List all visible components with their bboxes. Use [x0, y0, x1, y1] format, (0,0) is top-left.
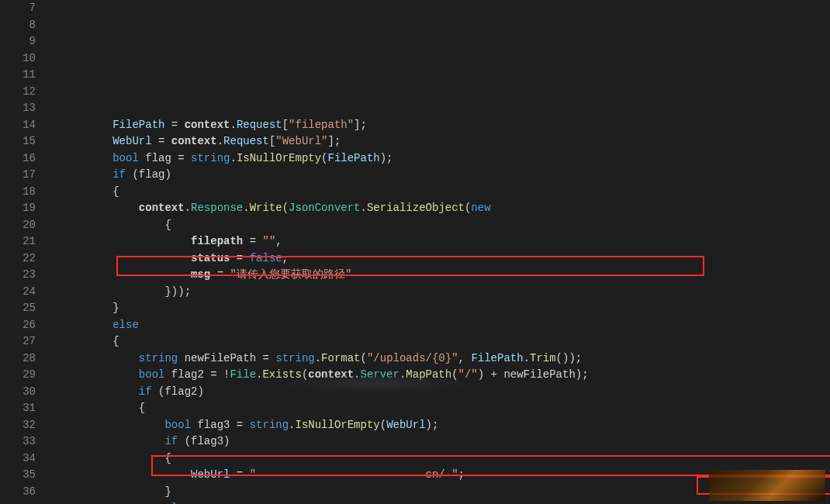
token-p	[112, 252, 191, 264]
token-p: ,	[275, 235, 282, 247]
code-line[interactable]: bool flag3 = string.IsNullOrEmpty(WebUrl…	[61, 417, 830, 434]
code-line[interactable]: WebUrl = " cn/ ";	[61, 467, 830, 484]
token-kw: bool	[112, 152, 139, 164]
token-str: "/uploads/{0}"	[367, 352, 458, 364]
token-kw: if	[164, 435, 178, 447]
code-line[interactable]: bool flag2 = !File.Exists(context.Server…	[61, 367, 830, 384]
line-number: 29	[0, 367, 36, 384]
line-number: 13	[0, 100, 36, 117]
code-line[interactable]: else	[61, 500, 830, 504]
token-p: {	[112, 402, 145, 414]
code-line[interactable]: FilePath = context.Request["filepath"];	[61, 117, 830, 134]
code-line[interactable]: string newFilePath = string.Format("/upl…	[61, 350, 830, 368]
token-bold: context	[185, 119, 230, 131]
token-p: ];	[328, 135, 341, 147]
code-line[interactable]: context.Response.Write(JsonConvert.Seria…	[61, 200, 830, 217]
token-p: .	[315, 352, 321, 364]
token-mth: IsNullOrEmpty	[296, 419, 380, 431]
token-mth: Trim	[530, 352, 556, 364]
token-p	[112, 202, 139, 214]
line-number: 23	[0, 267, 36, 284]
token-p	[112, 468, 191, 481]
token-p: {	[112, 185, 119, 198]
token-mth: Exists	[262, 368, 301, 381]
code-line[interactable]: if (flag2)	[61, 384, 830, 401]
token-kw: new	[471, 202, 490, 214]
token-str: "请传入您要获取的路径"	[230, 268, 351, 281]
code-line[interactable]: filepath = "",	[61, 233, 830, 250]
token-bold: context	[139, 202, 185, 214]
token-p	[112, 435, 164, 447]
token-p: ) + newFilePath);	[478, 368, 589, 381]
token-p	[112, 235, 191, 247]
line-number: 33	[0, 433, 36, 450]
code-line[interactable]: else	[61, 317, 830, 334]
token-p: .	[230, 119, 236, 131]
code-line[interactable]: if (flag)	[61, 167, 830, 184]
token-kw: string	[191, 152, 230, 164]
line-number: 25	[0, 300, 36, 317]
token-p: {	[112, 452, 171, 464]
line-number: 15	[0, 133, 36, 150]
token-p: {	[112, 335, 119, 347]
code-line[interactable]: {	[61, 450, 830, 468]
token-kw: if	[139, 385, 152, 398]
token-p: .	[361, 202, 367, 214]
code-line[interactable]: bool flag = string.IsNullOrEmpty(FilePat…	[61, 150, 830, 167]
token-str	[256, 468, 425, 481]
line-number: 28	[0, 350, 36, 368]
token-p: }	[112, 302, 119, 314]
token-bold: filepath	[191, 235, 243, 247]
token-type: Server	[361, 368, 399, 381]
line-number: 27	[0, 333, 36, 350]
token-prop: Request	[237, 119, 282, 131]
code-line[interactable]: }));	[61, 284, 830, 301]
line-number: 34	[0, 450, 36, 468]
token-p: (	[361, 352, 367, 364]
token-p: flag =	[139, 152, 191, 164]
line-number: 30	[0, 384, 36, 401]
token-p: );	[380, 152, 393, 164]
token-p	[112, 368, 139, 381]
token-str: "filepath"	[289, 119, 354, 131]
token-prop: FilePath	[328, 152, 380, 164]
token-p: ,	[458, 352, 472, 364]
code-line[interactable]: }	[61, 484, 830, 501]
token-mth: MapPath	[406, 368, 451, 381]
code-line[interactable]: status = false,	[61, 250, 830, 268]
code-line[interactable]: }	[61, 300, 830, 317]
token-p: (flag)	[126, 168, 171, 181]
token-p: .	[230, 152, 236, 164]
line-number: 21	[0, 233, 36, 250]
line-number: 11	[0, 67, 36, 84]
code-line[interactable]: {	[61, 400, 830, 417]
code-line[interactable]: {	[61, 184, 830, 201]
token-kw: else	[112, 319, 139, 331]
token-p: (flag2)	[152, 385, 204, 398]
token-prop: FilePath	[471, 352, 523, 364]
line-number: 12	[0, 84, 36, 101]
token-kw: bool	[139, 368, 165, 381]
code-line[interactable]: {	[61, 217, 830, 234]
line-number: 18	[0, 184, 36, 201]
code-line[interactable]: {	[61, 333, 830, 350]
code-area[interactable]: FilePath = context.Request["filepath"]; …	[47, 0, 830, 504]
token-prop: Request	[223, 135, 269, 147]
token-p: ];	[354, 119, 367, 131]
token-p: .	[217, 135, 223, 147]
token-kw: bool	[164, 419, 191, 431]
code-line[interactable]: msg = "请传入您要获取的路径"	[61, 267, 830, 284]
line-number: 7	[0, 0, 36, 17]
code-line[interactable]: if (flag3)	[61, 433, 830, 450]
code-line[interactable]: WebUrl = context.Request["WebUrl"];	[61, 133, 830, 150]
token-p: .	[243, 202, 249, 214]
token-mth: Write	[250, 202, 282, 214]
token-p: }));	[112, 285, 191, 298]
token-op: =	[210, 268, 230, 281]
code-editor[interactable]: 7891011121314151617181920212223242526272…	[0, 0, 830, 504]
line-number: 19	[0, 200, 36, 217]
token-type: File	[230, 368, 256, 381]
line-number: 8	[0, 17, 36, 34]
token-kw: string	[250, 419, 289, 431]
token-op: =	[230, 468, 249, 481]
